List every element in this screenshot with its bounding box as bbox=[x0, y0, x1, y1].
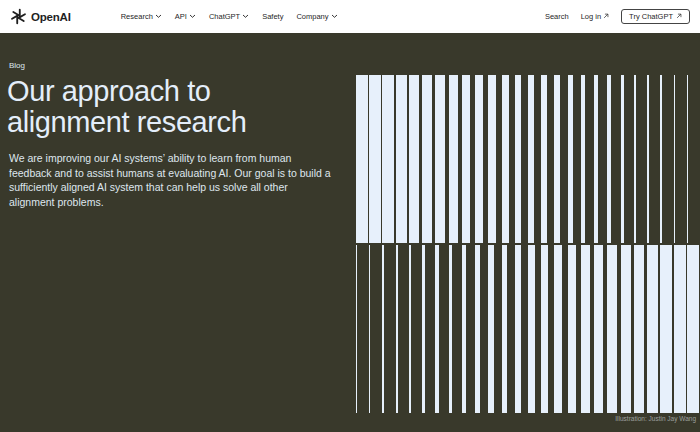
chevron-down-icon bbox=[242, 12, 249, 21]
illustration-bar bbox=[594, 75, 598, 243]
blog-eyebrow: Blog bbox=[9, 61, 25, 70]
nav-item-company[interactable]: Company bbox=[296, 12, 337, 21]
illustration-bar bbox=[687, 75, 688, 243]
illustration-bar bbox=[502, 75, 509, 243]
illustration-bar bbox=[660, 245, 672, 413]
illustration-bar bbox=[515, 245, 521, 413]
illustration-bar bbox=[541, 75, 547, 243]
hero-section: Blog Our approach to alignment research … bbox=[0, 33, 700, 432]
illustration-bar bbox=[581, 245, 590, 413]
illustration-bar bbox=[356, 75, 368, 243]
illustration-bar bbox=[435, 245, 438, 413]
nav-item-safety[interactable]: Safety bbox=[262, 12, 283, 21]
nav-right-group: Search Log in Try ChatGPT bbox=[545, 9, 690, 24]
illustration-bar bbox=[462, 245, 466, 413]
illustration-bar bbox=[382, 75, 393, 243]
illustration-bar bbox=[462, 75, 471, 243]
illustration-bar bbox=[449, 245, 453, 413]
page-title: Our approach to alignment research bbox=[7, 76, 246, 138]
illustration-bar bbox=[674, 245, 686, 413]
page: OpenAI Research API ChatGPT bbox=[0, 0, 700, 432]
illustration-bar bbox=[568, 245, 576, 413]
illustration-bar bbox=[594, 245, 603, 413]
illustration-bar bbox=[607, 245, 617, 413]
chevron-down-icon bbox=[155, 12, 162, 21]
illustration-bar bbox=[409, 245, 411, 413]
top-navigation: OpenAI Research API ChatGPT bbox=[0, 0, 700, 33]
openai-wordmark: OpenAI bbox=[31, 11, 71, 23]
illustration-bar bbox=[581, 75, 585, 243]
nav-item-label: Safety bbox=[262, 12, 283, 21]
login-label: Log in bbox=[581, 12, 601, 21]
main-menu: Research API ChatGPT Safety bbox=[121, 12, 338, 21]
illustration-bar bbox=[541, 245, 548, 413]
illustration-bar bbox=[369, 75, 381, 243]
page-title-line-2: alignment research bbox=[7, 107, 246, 138]
hero-description: We are improving our AI systems’ ability… bbox=[9, 151, 335, 209]
illustration-bar bbox=[687, 245, 700, 413]
illustration-bar bbox=[554, 245, 562, 413]
chevron-down-icon bbox=[331, 12, 338, 21]
nav-item-label: ChatGPT bbox=[209, 12, 240, 21]
illustration-bar bbox=[568, 75, 573, 243]
illustration-bar bbox=[502, 245, 508, 413]
search-link[interactable]: Search bbox=[545, 12, 569, 21]
nav-item-api[interactable]: API bbox=[175, 12, 196, 21]
illustration-bar bbox=[369, 245, 370, 413]
illustration-bar bbox=[528, 245, 535, 413]
illustration-bar bbox=[409, 75, 419, 243]
search-label: Search bbox=[545, 12, 569, 21]
login-link[interactable]: Log in bbox=[581, 12, 609, 21]
try-chatgpt-label: Try ChatGPT bbox=[629, 12, 673, 21]
illustration-bar bbox=[634, 75, 637, 243]
illustration-bar bbox=[396, 245, 398, 413]
illustration-bar bbox=[488, 245, 493, 413]
page-title-line-1: Our approach to bbox=[7, 76, 246, 107]
illustration-bar bbox=[435, 75, 444, 243]
illustration-bottom-half bbox=[356, 245, 700, 413]
external-arrow-icon bbox=[603, 12, 609, 21]
illustration-bar bbox=[647, 245, 658, 413]
illustration-bar bbox=[634, 245, 645, 413]
illustration-top-half bbox=[356, 75, 700, 243]
chevron-down-icon bbox=[189, 12, 196, 21]
illustration-bar bbox=[554, 75, 559, 243]
illustration-bar bbox=[621, 245, 631, 413]
illustration-bar bbox=[382, 245, 383, 413]
nav-item-label: Research bbox=[121, 12, 153, 21]
illustration-bar bbox=[528, 75, 534, 243]
illustration bbox=[356, 75, 700, 413]
openai-logo-icon bbox=[10, 8, 27, 25]
nav-item-research[interactable]: Research bbox=[121, 12, 162, 21]
illustration-bar bbox=[674, 75, 675, 243]
illustration-bar bbox=[422, 245, 425, 413]
illustration-bar bbox=[449, 75, 458, 243]
try-chatgpt-button[interactable]: Try ChatGPT bbox=[621, 9, 690, 24]
openai-logo[interactable]: OpenAI bbox=[10, 8, 71, 25]
illustration-bar bbox=[660, 75, 662, 243]
external-arrow-icon bbox=[676, 12, 682, 21]
illustration-bar bbox=[396, 75, 407, 243]
illustration-bar bbox=[515, 75, 522, 243]
illustration-bar bbox=[621, 75, 624, 243]
illustration-bar bbox=[607, 75, 611, 243]
illustration-bar bbox=[488, 75, 496, 243]
illustration-credit: Illustration: Justin Jay Wang bbox=[615, 415, 696, 422]
illustration-bar bbox=[475, 245, 480, 413]
nav-item-chatgpt[interactable]: ChatGPT bbox=[209, 12, 249, 21]
illustration-bar bbox=[647, 75, 649, 243]
illustration-bar bbox=[422, 75, 432, 243]
nav-item-label: API bbox=[175, 12, 187, 21]
nav-item-label: Company bbox=[296, 12, 328, 21]
illustration-bar bbox=[475, 75, 483, 243]
